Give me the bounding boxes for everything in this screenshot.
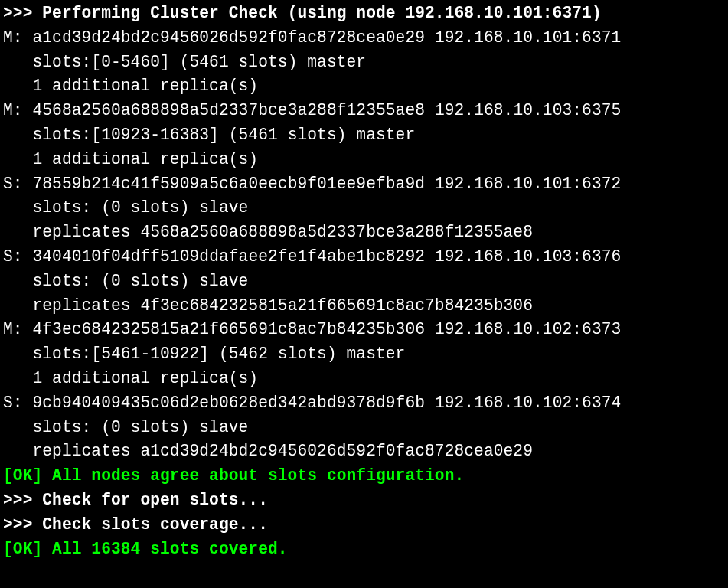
node-address: 192.168.10.101:6372 bbox=[435, 175, 621, 193]
check-open-slots-line: >>> Check for open slots... bbox=[3, 491, 268, 509]
terminal-output: >>> Performing Cluster Check (using node… bbox=[0, 0, 728, 561]
status-ok-covered: [OK] All 16384 slots covered. bbox=[3, 540, 288, 558]
node-line: M: 4f3ec6842325815a21f665691c8ac7b84235b… bbox=[3, 320, 621, 338]
node-id: 4568a2560a688898a5d2337bce3a288f12355ae8 bbox=[32, 101, 425, 119]
node-slots: slots: (0 slots) slave bbox=[32, 198, 248, 217]
node-line: M: a1cd39d24bd2c9456026d592f0fac8728cea0… bbox=[3, 28, 621, 47]
node-line: S: 78559b214c41f5909a5c6a0eecb9f01ee9efb… bbox=[3, 175, 621, 193]
node-line: M: 4568a2560a688898a5d2337bce3a288f12355… bbox=[3, 101, 621, 119]
node-id: 78559b214c41f5909a5c6a0eecb9f01ee9efba9d bbox=[32, 175, 425, 193]
header-line: >>> Performing Cluster Check (using node… bbox=[3, 4, 602, 22]
node-line: S: 3404010f04dff5109ddafaee2fe1f4abe1bc8… bbox=[3, 247, 621, 266]
node-address: 192.168.10.102:6373 bbox=[435, 320, 621, 338]
node-slots: slots:[5461-10922] (5462 slots) master bbox=[32, 345, 405, 363]
check-coverage-text: Check slots coverage... bbox=[42, 515, 268, 534]
node-role: M bbox=[3, 320, 13, 338]
node-role: S bbox=[3, 394, 13, 412]
check-slots-coverage-line: >>> Check slots coverage... bbox=[3, 515, 268, 534]
node-id: a1cd39d24bd2c9456026d592f0fac8728cea0e29 bbox=[32, 28, 425, 47]
node-address: 192.168.10.102:6374 bbox=[435, 394, 621, 412]
node-address: 192.168.10.101:6371 bbox=[435, 28, 621, 47]
check-open-text: Check for open slots... bbox=[42, 491, 268, 509]
node-id: 3404010f04dff5109ddafaee2fe1f4abe1bc8292 bbox=[32, 247, 425, 266]
check-prefix: >>> bbox=[3, 515, 42, 534]
node-role: M bbox=[3, 28, 13, 47]
node-extra: 1 additional replica(s) bbox=[32, 77, 258, 95]
node-extra: replicates a1cd39d24bd2c9456026d592f0fac… bbox=[32, 442, 533, 460]
node-extra: replicates 4568a2560a688898a5d2337bce3a2… bbox=[32, 223, 533, 241]
node-id: 9cb940409435c06d2eb0628ed342abd9378d9f6b bbox=[32, 394, 425, 412]
node-role: S bbox=[3, 247, 13, 266]
node-address: 192.168.10.103:6376 bbox=[435, 247, 621, 266]
check-prefix: >>> bbox=[3, 491, 42, 509]
status-ok-config: [OK] All nodes agree about slots configu… bbox=[3, 466, 464, 485]
node-role: M bbox=[3, 101, 13, 119]
node-role: S bbox=[3, 175, 13, 193]
node-slots: slots: (0 slots) slave bbox=[32, 418, 248, 436]
node-address: 192.168.10.103:6375 bbox=[435, 101, 621, 119]
node-slots: slots:[0-5460] (5461 slots) master bbox=[32, 53, 366, 71]
node-extra: replicates 4f3ec6842325815a21f665691c8ac… bbox=[32, 296, 533, 315]
node-slots: slots:[10923-16383] (5461 slots) master bbox=[32, 126, 415, 144]
header-text: Performing Cluster Check (using node 192… bbox=[42, 4, 601, 22]
header-prefix: >>> bbox=[3, 4, 42, 22]
node-extra: 1 additional replica(s) bbox=[32, 150, 258, 168]
node-extra: 1 additional replica(s) bbox=[32, 369, 258, 387]
node-line: S: 9cb940409435c06d2eb0628ed342abd9378d9… bbox=[3, 394, 621, 412]
node-id: 4f3ec6842325815a21f665691c8ac7b84235b306 bbox=[32, 320, 425, 338]
node-slots: slots: (0 slots) slave bbox=[32, 272, 248, 290]
